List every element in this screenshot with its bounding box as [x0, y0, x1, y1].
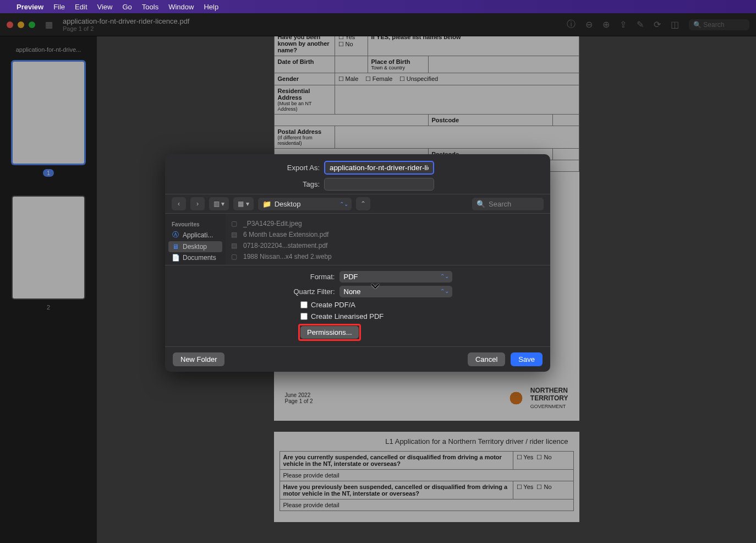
dialog-sidebar: Favourites ⒶApplicati... 🖥Desktop 📄Docum…: [165, 214, 226, 265]
maximize-window-button[interactable]: [29, 21, 35, 28]
dialog-nav-bar: ‹ › ▥ ▾ ▦ ▾ 📁 Desktop⌃⌄ ⌃ 🔍 Search: [165, 194, 550, 214]
menu-view[interactable]: View: [97, 3, 113, 11]
view-mode-button[interactable]: ▥ ▾: [209, 197, 229, 210]
export-as-field[interactable]: [324, 161, 434, 175]
sidebar-documents[interactable]: 📄Documents: [168, 252, 222, 263]
format-dropdown[interactable]: PDF⌃⌄: [339, 271, 452, 283]
menu-go[interactable]: Go: [122, 3, 132, 11]
thumbnail-label-1: 1: [43, 169, 54, 177]
thumbnail-page-1[interactable]: [13, 62, 84, 164]
menu-tools[interactable]: Tools: [142, 3, 158, 11]
file-browser[interactable]: ▢_P3A1429-Edit.jpeg ▤6 Month Lease Exten…: [226, 214, 550, 265]
group-by-button[interactable]: ▦ ▾: [233, 197, 253, 210]
toolbar-search[interactable]: 🔍 Search: [689, 19, 749, 30]
close-window-button[interactable]: [7, 21, 13, 28]
export-save-dialog: Export As: Tags: ‹ › ▥ ▾ ▦ ▾ 📁 Desktop⌃⌄…: [165, 154, 550, 372]
format-label: Format:: [264, 273, 335, 281]
collapse-button[interactable]: ⌃: [356, 197, 370, 210]
export-options: Format: PDF⌃⌄ Quartz Filter: None⌃⌄ Crea…: [165, 265, 550, 346]
pdf-file-icon: ▤: [231, 231, 239, 238]
window-titlebar: ▦ application-for-nt-driver-rider-licenc…: [0, 13, 756, 36]
zoom-in-icon[interactable]: ⊕: [602, 19, 610, 30]
menu-help[interactable]: Help: [204, 3, 218, 11]
dialog-search[interactable]: 🔍 Search: [472, 198, 544, 210]
markup-icon[interactable]: ✎: [637, 19, 644, 30]
pdf-page-2: L1 Application for a Northern Territory …: [274, 432, 579, 522]
new-folder-button[interactable]: New Folder: [173, 352, 224, 366]
rotate-icon[interactable]: ⟳: [654, 19, 661, 30]
quartz-filter-dropdown[interactable]: None⌃⌄: [339, 286, 452, 297]
menu-edit[interactable]: Edit: [75, 3, 87, 11]
documents-icon: 📄: [172, 254, 179, 262]
create-linearised-label: Create Linearised PDF: [311, 312, 384, 321]
minimize-window-button[interactable]: [18, 21, 24, 28]
document-title: application-for-nt-driver-rider-licence.…: [63, 17, 189, 25]
thumbnail-sidebar: application-for-nt-drive... 1 2: [0, 36, 97, 543]
file-item[interactable]: ▢1988 Nissan...x4 shed 2.webp: [231, 251, 545, 262]
cancel-button[interactable]: Cancel: [468, 352, 505, 366]
nt-flower-icon: [505, 387, 527, 409]
permissions-highlight: Permissions...: [298, 324, 361, 341]
sidebar-toggle-icon[interactable]: ▦: [45, 20, 53, 30]
window-controls: [7, 21, 35, 28]
create-linearised-checkbox[interactable]: [300, 313, 308, 320]
menu-file[interactable]: File: [53, 3, 65, 11]
folder-icon: 📁: [262, 200, 271, 208]
image-file-icon: ▢: [231, 220, 239, 227]
applications-icon: Ⓐ: [172, 230, 179, 240]
crop-icon[interactable]: ◫: [671, 19, 679, 30]
sidebar-desktop[interactable]: 🖥Desktop: [168, 241, 222, 252]
export-as-label: Export As:: [281, 164, 320, 172]
location-dropdown[interactable]: 📁 Desktop⌃⌄: [258, 198, 352, 210]
sidebar-section-favourites: Favourites: [172, 221, 222, 227]
file-item[interactable]: ▤6 Month Lease Extension.pdf: [231, 229, 545, 240]
create-pdfa-checkbox[interactable]: [300, 301, 308, 308]
save-button[interactable]: Save: [511, 352, 543, 366]
sidebar-applications[interactable]: ⒶApplicati...: [168, 229, 222, 241]
tags-field[interactable]: [324, 178, 434, 191]
info-icon[interactable]: ⓘ: [567, 19, 576, 30]
image-file-icon: ▢: [231, 253, 239, 260]
macos-menubar[interactable]: Preview File Edit View Go Tools Window H…: [0, 0, 756, 13]
nt-gov-logo: NORTHERNTERRITORYGOVERNMENT: [505, 387, 568, 410]
file-item[interactable]: ▤0718-202204...statement.pdf: [231, 240, 545, 251]
zoom-out-icon[interactable]: ⊖: [585, 19, 593, 30]
thumbnail-label-2: 2: [47, 304, 50, 311]
page-indicator: Page 1 of 2: [63, 25, 189, 32]
sidebar-filename: application-for-nt-drive...: [6, 46, 91, 53]
quartz-filter-label: Quartz Filter:: [264, 287, 335, 296]
menu-window[interactable]: Window: [168, 3, 194, 11]
tags-label: Tags:: [281, 180, 320, 188]
dialog-footer: New Folder Cancel Save: [165, 346, 550, 372]
share-icon[interactable]: ⇪: [620, 19, 627, 30]
title-block: application-for-nt-driver-rider-licence.…: [63, 17, 189, 32]
nav-back-button[interactable]: ‹: [172, 197, 186, 210]
desktop-icon: 🖥: [172, 243, 179, 251]
pdf-file-icon: ▤: [231, 242, 239, 249]
thumbnail-page-2[interactable]: [13, 197, 84, 298]
create-pdfa-label: Create PDF/A: [311, 301, 355, 309]
permissions-button[interactable]: Permissions...: [300, 326, 359, 339]
app-name[interactable]: Preview: [17, 3, 43, 11]
file-item[interactable]: ▢_P3A1429-Edit.jpeg: [231, 218, 545, 229]
nav-forward-button[interactable]: ›: [190, 197, 205, 210]
search-icon: 🔍: [476, 200, 485, 208]
